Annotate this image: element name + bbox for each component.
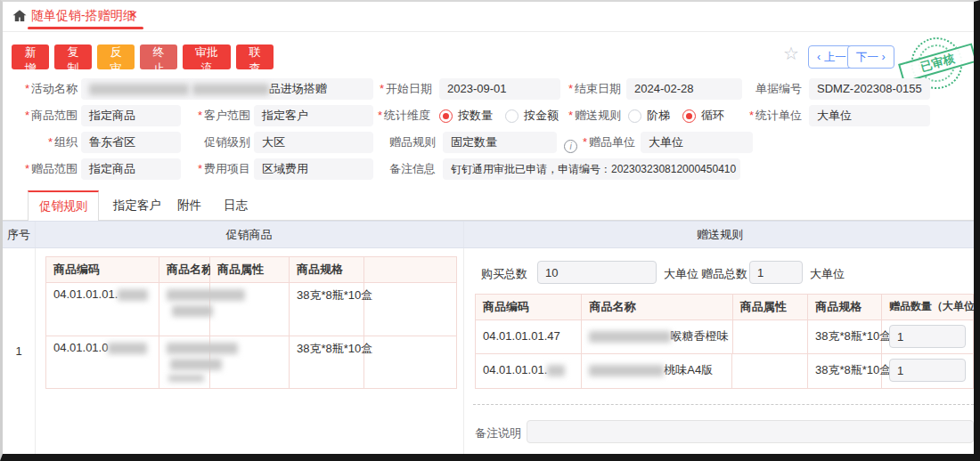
cell-product-name (159, 283, 210, 336)
activity-name-label: *活动名称 (3, 81, 78, 97)
redacted-text (547, 365, 565, 376)
required-mark: * (568, 82, 573, 95)
col-product-attr: 商品属性 (210, 257, 290, 283)
gift-rule-label: *赠送规则 (562, 108, 621, 124)
cell-product-attr (732, 354, 808, 388)
col-product-spec: 商品规格 (808, 295, 882, 320)
terminate-button[interactable]: 终止 (140, 44, 177, 69)
gift-product-row: 04.01.01.01.47 喉糖香橙味 38克*8瓶*10盒 (476, 320, 973, 354)
cell-product-attr (210, 283, 290, 336)
radio-cycle[interactable] (682, 109, 696, 123)
required-mark: * (25, 162, 29, 175)
detail-tabs: 促销规则 指定客户 附件 日志 (3, 190, 974, 221)
col-product-attr: 商品属性 (733, 295, 809, 320)
header-divider (463, 222, 464, 247)
redacted-text (168, 375, 204, 382)
required-mark: * (25, 82, 29, 95)
radio-cycle-label[interactable]: 循环 (701, 108, 724, 124)
tab-specified-customers[interactable]: 指定客户 (113, 190, 161, 221)
cell-product-name (159, 336, 210, 388)
cell-product-spec: 38克*8瓶*10盒 (290, 336, 364, 388)
copy-button[interactable]: 复制 (54, 44, 92, 69)
activity-name-field[interactable]: 品进场搭赠 (81, 78, 373, 100)
gift-total-input[interactable] (749, 261, 803, 284)
end-date-field[interactable]: 2024-02-28 (626, 78, 742, 100)
promo-level-field[interactable]: 大区 (254, 132, 373, 153)
page-tab-title[interactable]: 随单促销-搭赠明细 (31, 8, 135, 24)
stat-unit-label: *统计单位 (744, 108, 802, 124)
col-product-name: 商品名称 (159, 257, 210, 283)
toolbar: 新增 复制 反审 终止 审批流 联查 ☆ ‹ 上一 下一 › (3, 33, 974, 76)
start-date-field[interactable]: 2023-09-01 (439, 78, 560, 100)
cell-product-spec: 38克*8瓶*10盒 (808, 320, 882, 354)
gift-qty-input[interactable] (889, 359, 966, 382)
end-date-label: *结束日期 (560, 81, 621, 97)
chevron-right-icon: › (881, 51, 885, 63)
next-label: 下一 (856, 51, 878, 63)
radio-ladder[interactable] (628, 109, 641, 123)
required-mark: * (198, 109, 202, 122)
customer-scope-field[interactable]: 指定客户 (254, 105, 373, 126)
rule-table-header: 序号 促销商品 赠送规则 (3, 221, 976, 248)
redacted-text (89, 84, 189, 95)
tab-attachments[interactable]: 附件 (177, 190, 201, 221)
approval-flow-button[interactable]: 审批流 (183, 44, 231, 69)
stat-unit-field[interactable]: 大单位 (809, 105, 930, 126)
radio-by-amount-label[interactable]: 按金额 (524, 108, 559, 124)
gift-qty-rule-field[interactable]: 固定数量 (443, 132, 557, 153)
tab-logs[interactable]: 日志 (224, 190, 248, 221)
seq-column-header: 序号 (3, 222, 35, 247)
body-divider (463, 248, 464, 454)
info-icon[interactable]: i (564, 140, 577, 153)
required-mark: * (380, 82, 384, 95)
cell-product-code: 04.01.01.01. (46, 283, 159, 336)
product-scope-field[interactable]: 指定商品 (81, 105, 181, 126)
unapprove-button[interactable]: 反审 (97, 44, 135, 69)
close-tab-icon[interactable]: ✕ (128, 8, 138, 21)
organization-label: *组织 (3, 134, 78, 150)
redacted-text (192, 84, 269, 95)
gift-products-table: 商品编码 商品名称 商品属性 商品规格 赠品数量（大单位） 04.01.01.0… (475, 294, 974, 389)
radio-by-quantity-label[interactable]: 按数量 (458, 108, 493, 124)
required-mark: * (583, 135, 587, 149)
doc-no-field[interactable]: SDMZ-202308-0155 (809, 78, 930, 100)
cell-gift-qty (882, 354, 973, 388)
home-icon[interactable] (12, 8, 28, 24)
buy-total-label: 购买总数 (481, 266, 527, 282)
favorite-star-icon[interactable]: ☆ (783, 43, 799, 64)
buy-total-input[interactable] (537, 261, 657, 284)
section-divider (473, 404, 974, 405)
redacted-text (108, 343, 147, 354)
gift-unit-field[interactable]: 大单位 (641, 132, 753, 153)
tab-promo-rules[interactable]: 促销规则 (28, 190, 99, 221)
expense-item-field[interactable]: 区域费用 (254, 158, 373, 180)
promo-products-header-row: 商品编码 商品名称 商品属性 商品规格 (46, 257, 456, 283)
promo-products-table: 商品编码 商品名称 商品属性 商品规格 04.01.01.01. 38克*8瓶*… (45, 256, 457, 389)
note-input[interactable] (527, 420, 974, 443)
start-date-label: *开始日期 (364, 81, 432, 97)
add-button[interactable]: 新增 (12, 44, 49, 69)
radio-by-quantity[interactable] (439, 109, 453, 123)
gift-scope-field[interactable]: 指定商品 (81, 158, 181, 180)
cell-product-name: 桃味A4版 (582, 354, 732, 388)
gift-product-row: 04.01.01.01. 桃味A4版 38克*8瓶*10盒 (476, 354, 973, 388)
app-window: 随单促销-搭赠明细 ✕ 新增 复制 反审 终止 审批流 联查 ☆ ‹ 上一 下一… (0, 0, 980, 461)
radio-ladder-label[interactable]: 阶梯 (647, 108, 670, 124)
organization-field[interactable]: 鲁东省区 (81, 132, 181, 153)
promo-level-label: 促销级别 (193, 134, 250, 150)
col-gift-qty: 赠品数量（大单位） (882, 295, 973, 320)
gift-qty-input[interactable] (889, 325, 966, 348)
promo-product-row: 04.01.01.0 38克*8瓶*10盒 (46, 336, 456, 388)
expense-item-label: *费用项目 (188, 161, 250, 177)
buy-unit-label: 大单位 (664, 266, 698, 282)
radio-by-amount[interactable] (505, 109, 519, 123)
redacted-text (172, 305, 213, 317)
required-mark: * (48, 135, 53, 149)
note-label: 备注说明 (475, 425, 521, 441)
remark-info-field[interactable]: 钉钉通用审批已申请，申请编号：202303230812000450410 (443, 158, 740, 180)
linked-query-button[interactable]: 联查 (236, 44, 274, 69)
row-seq-number: 1 (3, 344, 35, 358)
next-record-button[interactable]: 下一 › (847, 45, 894, 69)
col-product-name: 商品名称 (582, 295, 732, 320)
document-form: *活动名称 品进场搭赠 *开始日期 2023-09-01 *结束日期 2024-… (3, 77, 974, 189)
